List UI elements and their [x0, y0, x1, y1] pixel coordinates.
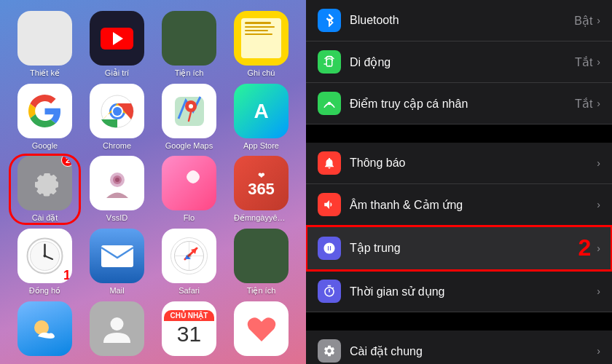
- bluetooth-chevron: ›: [597, 15, 600, 26]
- app-label-dongho: Đồng hồ: [29, 286, 60, 296]
- settings-row-thoi-gian[interactable]: Thời gian sử dụng ›: [306, 271, 612, 312]
- svg-point-15: [44, 255, 47, 258]
- cai-dat-chung-label: Cài đặt chung: [350, 344, 597, 358]
- app-label-mail: Mail: [109, 286, 124, 295]
- settings-row-thong-bao[interactable]: Thông báo ›: [306, 143, 612, 184]
- settings-row-am-thanh[interactable]: Âm thanh & Cảm ứng ›: [306, 184, 612, 226]
- svg-point-3: [113, 107, 122, 116]
- bluetooth-label: Bluetooth: [350, 14, 574, 27]
- bluetooth-icon: [318, 9, 341, 32]
- app-label-giai-tri: Giải trí: [105, 68, 129, 78]
- thong-bao-chevron: ›: [597, 157, 600, 169]
- settings-row-diem-truy-cap[interactable]: Điểm truy cập cá nhân Tắt ›: [306, 83, 612, 124]
- settings-panel: Bluetooth Bật › Di động Tắt ›: [306, 0, 612, 364]
- svg-point-6: [189, 104, 193, 108]
- app-label-appstore: App Store: [243, 141, 279, 150]
- svg-rect-27: [326, 57, 332, 67]
- thoi-gian-label: Thời gian sử dụng: [350, 285, 597, 298]
- diem-truy-cap-chevron: ›: [597, 98, 600, 109]
- tap-trung-label: Tập trung: [350, 241, 578, 255]
- iphone-homescreen: Thiết kế Giải trí: [0, 0, 306, 364]
- app-label-365: Đếmngàyyêu-...: [234, 213, 289, 223]
- app-maps[interactable]: Google Maps: [155, 84, 223, 150]
- am-thanh-chevron: ›: [597, 199, 600, 210]
- diem-truy-cap-label: Điểm truy cập cá nhân: [350, 97, 575, 111]
- app-health[interactable]: [227, 301, 295, 359]
- settings-row-di-dong[interactable]: Di động Tắt ›: [306, 41, 612, 83]
- app-label-thiet-ke: Thiết kế: [30, 68, 60, 78]
- svg-point-10: [115, 178, 119, 182]
- app-google[interactable]: Google: [11, 84, 79, 150]
- app-weather[interactable]: [11, 301, 79, 359]
- app-label-vssid: VssID: [106, 213, 128, 222]
- app-label-tien-ich2: Tiện ích: [247, 286, 276, 296]
- svg-point-24: [187, 254, 192, 258]
- app-label-google: Google: [32, 141, 58, 150]
- app-chrome[interactable]: Chrome: [83, 84, 151, 150]
- app-tien-ich[interactable]: Tiện ích: [155, 11, 223, 78]
- app-label-tien-ich: Tiện ích: [175, 68, 204, 78]
- app-365[interactable]: ❤ 365 Đếmngàyyêu-...: [227, 156, 295, 223]
- app-thiet-ke[interactable]: Thiết kế: [11, 11, 79, 78]
- thong-bao-label: Thông báo: [350, 157, 597, 170]
- app-ghi-chu[interactable]: Ghi chú: [227, 11, 295, 78]
- app-label-maps: Google Maps: [165, 141, 213, 150]
- app-label-flo: Flo: [184, 213, 195, 222]
- app-flo[interactable]: Flo: [155, 156, 223, 223]
- thoi-gian-chevron: ›: [597, 285, 600, 297]
- thong-bao-icon: [318, 151, 341, 175]
- cai-dat-chung-chevron: ›: [597, 345, 600, 357]
- app-label-ghi-chu: Ghi chú: [248, 68, 275, 77]
- badge-caidat: 2: [61, 156, 72, 167]
- app-calendar[interactable]: CHỦ NHẬT 31: [155, 301, 223, 359]
- di-dong-label: Di động: [350, 55, 575, 69]
- app-caidat[interactable]: 2 Cài đặt: [11, 156, 79, 223]
- svg-text:A: A: [254, 100, 268, 122]
- settings-row-bluetooth[interactable]: Bluetooth Bật ›: [306, 0, 612, 41]
- svg-point-25: [34, 320, 49, 335]
- svg-point-26: [111, 317, 124, 331]
- app-mail[interactable]: Mail: [83, 229, 151, 296]
- am-thanh-label: Âm thanh & Cảm ứng: [350, 198, 597, 212]
- app-giai-tri[interactable]: Giải trí: [83, 11, 151, 78]
- app-tien-ich2[interactable]: Tiện ích: [227, 229, 295, 296]
- thoi-gian-icon: [318, 280, 341, 303]
- tap-trung-number: 2: [578, 234, 592, 261]
- app-appstore[interactable]: A App Store: [227, 84, 295, 150]
- di-dong-value: Tắt: [575, 55, 592, 69]
- svg-rect-16: [101, 245, 133, 267]
- bluetooth-value: Bật: [574, 14, 592, 28]
- app-label-chrome: Chrome: [103, 141, 131, 150]
- settings-row-cai-dat-chung[interactable]: Cài đặt chung ›: [306, 331, 612, 364]
- diem-truy-cap-value: Tắt: [575, 97, 592, 111]
- tap-trung-chevron: ›: [597, 242, 600, 254]
- diem-truy-cap-icon: [318, 92, 341, 115]
- app-grid: Thiết kế Giải trí: [11, 11, 295, 359]
- tap-trung-icon: [318, 237, 341, 260]
- settings-list: Bluetooth Bật › Di động Tắt ›: [306, 0, 612, 364]
- settings-row-tap-trung[interactable]: Tập trung 2 ›: [306, 226, 612, 271]
- di-dong-chevron: ›: [597, 56, 600, 68]
- svg-point-28: [329, 66, 330, 67]
- app-label-safari: Safari: [178, 286, 200, 295]
- app-contacts[interactable]: [83, 301, 151, 359]
- divider-1: [306, 124, 612, 143]
- cai-dat-chung-icon: [318, 339, 341, 363]
- di-dong-icon: [318, 50, 341, 74]
- app-label-caidat: Cài đặt: [32, 213, 58, 223]
- app-safari[interactable]: Safari: [155, 229, 223, 296]
- app-dongho[interactable]: 1 Đồng hồ: [11, 229, 79, 296]
- app-vssid[interactable]: VssID: [83, 156, 151, 223]
- am-thanh-icon: [318, 193, 341, 216]
- divider-2: [306, 312, 612, 331]
